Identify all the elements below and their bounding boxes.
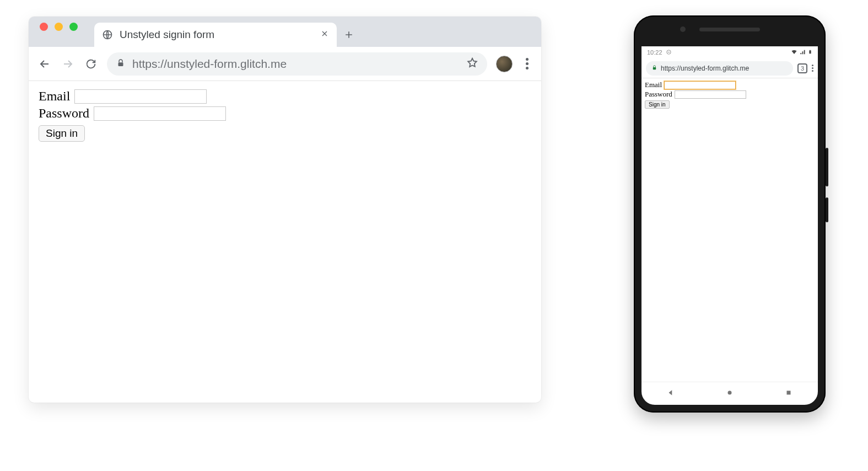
maximize-window-button[interactable] bbox=[69, 23, 78, 31]
desktop-browser-window: Unstyled signin form https://unstyled-fo… bbox=[29, 17, 541, 403]
email-input[interactable] bbox=[74, 89, 207, 104]
lock-icon bbox=[651, 65, 657, 72]
android-nav-bar bbox=[641, 382, 818, 405]
mobile-address-bar[interactable]: https://unstyled-form.glitch.me bbox=[646, 61, 793, 76]
bookmark-star-icon[interactable] bbox=[466, 57, 478, 71]
phone-device-frame: 10:22 https://unstyle bbox=[634, 15, 826, 413]
android-back-button[interactable] bbox=[667, 389, 675, 398]
mobile-email-label: Email bbox=[645, 81, 662, 89]
browser-menu-button[interactable] bbox=[521, 58, 532, 69]
android-recents-button[interactable] bbox=[785, 389, 792, 398]
svg-point-6 bbox=[727, 391, 731, 395]
window-titlebar: Unstyled signin form bbox=[29, 17, 541, 47]
mobile-browser-toolbar: https://unstyled-form.glitch.me 3 bbox=[641, 58, 818, 78]
tab-title: Unstyled signin form bbox=[120, 29, 214, 41]
close-tab-icon[interactable] bbox=[320, 29, 329, 41]
mobile-password-input[interactable] bbox=[675, 90, 746, 99]
signin-button[interactable]: Sign in bbox=[39, 125, 85, 142]
phone-camera bbox=[680, 26, 686, 32]
profile-avatar[interactable] bbox=[496, 56, 513, 72]
close-window-button[interactable] bbox=[40, 23, 48, 31]
svg-rect-5 bbox=[653, 67, 656, 69]
page-content: Email Password Sign in bbox=[29, 81, 541, 403]
mobile-menu-button[interactable] bbox=[812, 65, 813, 72]
phone-speaker bbox=[699, 28, 760, 31]
svg-rect-4 bbox=[810, 50, 810, 51]
back-button[interactable] bbox=[37, 57, 52, 71]
phone-screen: 10:22 https://unstyle bbox=[641, 46, 818, 405]
mobile-url-text: https://unstyled-form.glitch.me bbox=[661, 65, 749, 72]
browser-toolbar: https://unstyled-form.glitch.me bbox=[29, 47, 541, 81]
dnd-icon bbox=[666, 49, 672, 56]
browser-tab[interactable]: Unstyled signin form bbox=[94, 23, 337, 47]
mobile-password-label: Password bbox=[645, 90, 672, 99]
email-label: Email bbox=[39, 89, 70, 104]
svg-rect-3 bbox=[809, 50, 811, 53]
minimize-window-button[interactable] bbox=[55, 23, 63, 31]
globe-icon bbox=[102, 29, 113, 40]
new-tab-button[interactable] bbox=[337, 23, 361, 47]
signal-icon bbox=[800, 49, 806, 56]
svg-rect-7 bbox=[786, 391, 790, 395]
mobile-email-input[interactable] bbox=[664, 81, 736, 89]
status-time: 10:22 bbox=[647, 49, 662, 56]
reload-button[interactable] bbox=[84, 57, 98, 71]
android-home-button[interactable] bbox=[726, 389, 734, 398]
battery-icon bbox=[808, 49, 812, 56]
window-controls bbox=[40, 17, 78, 47]
forward-button[interactable] bbox=[61, 57, 75, 71]
address-bar[interactable]: https://unstyled-form.glitch.me bbox=[107, 52, 487, 76]
mobile-page-content: Email Password Sign in bbox=[641, 78, 818, 382]
wifi-icon bbox=[791, 49, 797, 56]
lock-icon bbox=[116, 58, 126, 70]
tab-count-button[interactable]: 3 bbox=[797, 63, 807, 73]
password-input[interactable] bbox=[94, 106, 226, 121]
url-text: https://unstyled-form.glitch.me bbox=[132, 57, 287, 71]
mobile-signin-button[interactable]: Sign in bbox=[645, 100, 670, 109]
android-status-bar: 10:22 bbox=[641, 46, 818, 58]
svg-rect-1 bbox=[118, 62, 123, 66]
password-label: Password bbox=[39, 106, 89, 121]
